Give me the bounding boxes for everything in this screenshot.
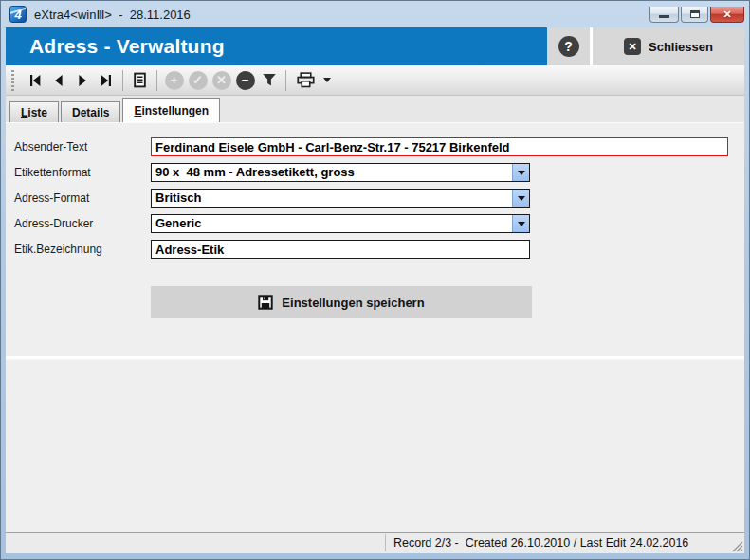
etikettenformat-dropdown-button[interactable] [512, 164, 529, 181]
adress-format-select[interactable]: Britisch [151, 189, 530, 208]
form-row-adress-drucker: Adress-Drucker Generic [14, 214, 736, 233]
etik-bezeichnung-input[interactable] [151, 240, 530, 259]
close-icon: ✕ [723, 9, 731, 20]
toolbar-separator [122, 70, 123, 91]
module-header: Adress - Verwaltung ? ✕ Schliessen [6, 27, 744, 65]
first-record-icon [27, 73, 43, 88]
tab-liste[interactable]: Liste [9, 101, 59, 122]
print-button[interactable] [291, 68, 320, 92]
absender-text-label: Absender-Text [14, 140, 151, 154]
schliessen-label: Schliessen [649, 40, 713, 54]
page-title: Adress - Verwaltung [6, 27, 547, 65]
list-view-button[interactable] [128, 68, 152, 92]
minimize-icon [659, 15, 669, 18]
chevron-down-icon [518, 171, 525, 175]
window-title: eXtra4<winⅢ> - 28.11.2016 [34, 8, 191, 22]
save-button-label: Einstellungen speichern [282, 296, 424, 310]
form-row-etik-bezeichnung: Etik.Bezeichnung [14, 240, 736, 259]
client-area: Adress - Verwaltung ? ✕ Schliessen [6, 27, 744, 553]
cancel-record-button[interactable]: ✕ [210, 68, 233, 92]
tab-details[interactable]: Details [61, 101, 120, 122]
minimize-button[interactable] [649, 7, 679, 23]
last-record-icon [99, 73, 114, 88]
save-floppy-icon [258, 295, 273, 310]
delete-record-button[interactable]: − [233, 68, 257, 92]
einstellungen-speichern-button[interactable]: Einstellungen speichern [151, 286, 532, 318]
adress-drucker-label: Adress-Drucker [14, 217, 151, 230]
filter-funnel-icon [262, 73, 277, 87]
previous-record-button[interactable] [46, 68, 70, 92]
etikettenformat-label: Etikettenformat [14, 166, 151, 179]
adress-drucker-select[interactable]: Generic [151, 214, 530, 233]
tab-einstellungen-label: Einstellungen [134, 104, 209, 117]
previous-record-icon [51, 73, 66, 88]
filter-button[interactable] [257, 68, 281, 92]
app-logo-icon: 4 [9, 6, 27, 23]
question-icon: ? [558, 36, 579, 57]
form-row-absender: Absender-Text [14, 137, 736, 156]
printer-icon [297, 72, 315, 88]
app-window: 4 eXtra4<winⅢ> - 28.11.2016 ✕ Adress - V… [0, 0, 750, 560]
lower-panel [6, 359, 744, 532]
etikettenformat-value: 90 x 48 mm - Adressetikett, gross [152, 164, 512, 181]
resize-grip-icon[interactable] [730, 539, 743, 552]
window-controls: ✕ [648, 7, 744, 23]
adress-format-label: Adress-Format [14, 191, 151, 205]
toolbar-separator [285, 70, 286, 91]
print-dropdown-caret-icon[interactable] [323, 78, 331, 82]
titlebar[interactable]: 4 eXtra4<winⅢ> - 28.11.2016 ✕ [1, 1, 749, 27]
etik-bezeichnung-label: Etik.Bezeichnung [14, 243, 151, 256]
close-x-icon: ✕ [624, 38, 641, 55]
tab-details-label: Details [72, 106, 109, 119]
tab-einstellungen[interactable]: Einstellungen [122, 98, 220, 122]
tab-strip: Liste Details Einstellungen [6, 96, 744, 122]
status-separator [385, 534, 386, 551]
help-button[interactable]: ? [547, 27, 590, 65]
add-record-button[interactable]: + [162, 68, 186, 92]
adress-drucker-dropdown-button[interactable] [512, 215, 529, 232]
adress-format-value: Britisch [152, 190, 512, 207]
etikettenformat-select[interactable]: 90 x 48 mm - Adressetikett, gross [151, 163, 530, 182]
chevron-down-icon [518, 196, 525, 201]
toolbar: + ✓ ✕ − [6, 65, 744, 96]
adress-drucker-value: Generic [152, 215, 512, 232]
confirm-record-button[interactable]: ✓ [186, 68, 210, 92]
adress-format-dropdown-button[interactable] [512, 190, 529, 207]
chevron-down-icon [518, 222, 525, 226]
close-window-button[interactable]: ✕ [710, 7, 744, 23]
maximize-icon [690, 10, 700, 18]
form-row-etikettenformat: Etikettenformat 90 x 48 mm - Adressetike… [14, 163, 736, 182]
schliessen-button[interactable]: ✕ Schliessen [590, 27, 744, 65]
absender-text-input[interactable] [151, 137, 728, 156]
status-bar: Record 2/3 - Created 26.10.2010 / Last E… [6, 532, 744, 553]
settings-form-panel: Absender-Text Etikettenformat 90 x 48 mm… [6, 122, 744, 356]
next-record-icon [75, 73, 90, 88]
maximize-button[interactable] [681, 7, 708, 23]
check-icon: ✓ [189, 71, 208, 90]
add-icon: + [165, 71, 184, 90]
first-record-button[interactable] [23, 68, 46, 92]
list-view-icon [132, 72, 148, 88]
next-record-button[interactable] [70, 68, 94, 92]
minus-circle-icon: − [236, 71, 255, 90]
toolbar-grip-handle[interactable] [11, 70, 14, 91]
last-record-button[interactable] [94, 68, 118, 92]
record-status-text: Record 2/3 - Created 26.10.2010 / Last E… [393, 536, 688, 550]
x-circle-icon: ✕ [212, 71, 231, 90]
tab-liste-label: Liste [21, 106, 47, 119]
toolbar-separator [156, 70, 157, 91]
form-row-adress-format: Adress-Format Britisch [14, 189, 736, 208]
